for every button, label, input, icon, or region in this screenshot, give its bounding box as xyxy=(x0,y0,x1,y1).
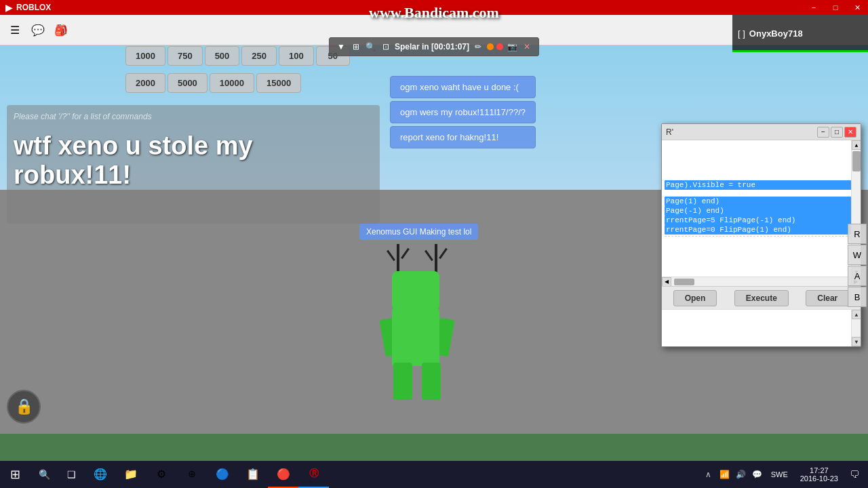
btn-500[interactable]: 500 xyxy=(205,46,240,66)
btn-5000[interactable]: 5000 xyxy=(167,73,208,93)
btn-1000[interactable]: 1000 xyxy=(125,46,165,66)
character: Xenomus GUI Making test lol xyxy=(380,244,461,393)
taskbar-app-task2[interactable]: 📋 xyxy=(237,461,268,488)
chat-icon[interactable]: 💬 xyxy=(28,20,47,39)
scroll-left-arrow[interactable]: ◀ xyxy=(662,277,671,287)
tray-network[interactable]: 📶 xyxy=(718,461,732,488)
tray-notify[interactable]: 💬 xyxy=(751,461,764,488)
start-button[interactable]: ⊞ xyxy=(0,461,31,488)
top-buttons-row1: 1000 750 500 250 100 50 xyxy=(125,46,350,66)
rec-settings-icon[interactable]: ⊡ xyxy=(380,41,392,53)
taskbar-app-ie[interactable]: 🌐 xyxy=(85,461,115,488)
script-code-divider xyxy=(665,236,858,237)
output-scroll-down[interactable]: ▼ xyxy=(852,337,861,346)
rec-close-icon[interactable]: ✕ xyxy=(521,41,533,53)
script-code-line3: Page(-1) end) xyxy=(665,206,858,216)
rec-dropdown-icon[interactable]: ▼ xyxy=(335,41,347,53)
recording-toolbar: ▼ ⊞ 🔍 ⊡ Spelar in [00:01:07] ✏ 📷 ✕ xyxy=(329,37,539,56)
script-code-line2: Page(1) end) xyxy=(665,197,858,206)
minimize-button[interactable]: − xyxy=(803,0,825,15)
chat-msg-2[interactable]: ogm wers my robux!111l17/??/? xyxy=(390,101,536,123)
script-maximize-button[interactable]: □ xyxy=(831,127,843,138)
script-editor-window: R' − □ ✕ Page).Visible = true Page(1) en… xyxy=(661,123,861,347)
script-minimize-button[interactable]: − xyxy=(817,127,829,138)
task-view-button[interactable]: ❑ xyxy=(58,461,85,488)
rec-indicator-orange xyxy=(487,43,494,50)
btn-2000[interactable]: 2000 xyxy=(125,73,165,93)
right-icon-3[interactable]: A xyxy=(848,266,867,286)
titlebar-left: ▶ ROBLOX xyxy=(0,3,51,13)
script-open-button[interactable]: Open xyxy=(673,290,717,306)
tray-expand[interactable]: ∧ xyxy=(702,461,715,488)
btn-10000[interactable]: 10000 xyxy=(210,73,254,93)
btn-750[interactable]: 750 xyxy=(167,46,203,66)
bag-icon[interactable]: 🎒 xyxy=(52,20,71,39)
taskbar-clock[interactable]: 17:27 2016-10-23 xyxy=(795,461,844,488)
script-code-gap xyxy=(665,190,858,197)
lock-icon[interactable]: 🔒 xyxy=(7,390,41,424)
right-floating-icons: R W A B xyxy=(848,136,868,307)
rec-indicator-red xyxy=(496,43,503,50)
recording-timer: Spelar in [00:01:07] xyxy=(395,42,469,52)
taskbar-app-roblox[interactable]: Ⓡ xyxy=(298,461,329,488)
taskbar-time: 17:27 xyxy=(810,466,829,474)
player-bracket: [ ] xyxy=(738,28,745,39)
script-code-area[interactable]: Page).Visible = true Page(1) end) Page(-… xyxy=(662,140,861,277)
maximize-button[interactable]: □ xyxy=(825,0,846,15)
player-panel: [ ] OnyxBoy718 xyxy=(732,15,868,52)
script-execute-button[interactable]: Execute xyxy=(734,290,789,306)
output-scroll-up[interactable]: ▲ xyxy=(852,310,861,319)
btn-15000[interactable]: 15000 xyxy=(256,73,301,93)
chat-msg-3[interactable]: report xeno for hakng!11! xyxy=(390,126,536,148)
right-icon-2[interactable]: W xyxy=(848,245,867,265)
bandicam-watermark: www.Bandicam.com xyxy=(369,4,499,22)
script-editor-titlebar: R' − □ ✕ xyxy=(662,124,861,140)
rec-copy-icon[interactable]: ⊞ xyxy=(350,41,362,53)
script-editor-body: Page).Visible = true Page(1) end) Page(-… xyxy=(662,140,861,346)
btn-100[interactable]: 100 xyxy=(279,46,314,66)
windows-taskbar: ⊞ 🔍 ❑ 🌐 📁 ⚙ ⊕ 🔵 📋 🔴 Ⓡ ∧ 📶 🔊 💬 SWE 17:27 … xyxy=(0,461,868,488)
taskbar-app-chrome[interactable]: ⊕ xyxy=(176,461,207,488)
script-code-empty-top xyxy=(665,143,858,180)
script-horizontal-scrollbar: ◀ ▶ xyxy=(662,277,861,286)
taskbar-tray: ∧ 📶 🔊 💬 SWE 17:27 2016-10-23 🗨 xyxy=(702,461,868,488)
script-code-line1: Page).Visible = true xyxy=(665,180,858,190)
chat-messages-container: ogm xeno waht have u done :( ogm wers my… xyxy=(390,76,536,148)
player-health-bar xyxy=(732,50,868,52)
character-tooltip: Xenomus GUI Making test lol xyxy=(359,224,478,240)
tray-sound[interactable]: 🔊 xyxy=(734,461,748,488)
script-clear-button[interactable]: Clear xyxy=(806,290,849,306)
scroll-h-thumb[interactable] xyxy=(674,279,694,285)
chat-main-text: wtf xeno u stole my robux!11! xyxy=(14,131,373,190)
script-code-line5: rrentPage=0 FlipPage(1) end) xyxy=(665,225,858,235)
player-name: OnyxBoy718 xyxy=(749,28,803,39)
script-code-line4: rrentPage=5 FlipPage(-1) end) xyxy=(665,216,858,225)
script-output-scrollbar[interactable]: ▲ ▼ xyxy=(851,310,861,346)
btn-250[interactable]: 250 xyxy=(241,46,277,66)
titlebar-controls: − □ ✕ xyxy=(803,0,868,15)
script-action-buttons: Open Execute Clear xyxy=(662,286,861,309)
chat-panel: Please chat '/?'' for a list of commands… xyxy=(7,105,380,224)
menu-icon[interactable]: ☰ xyxy=(5,20,24,39)
titlebar-title: ROBLOX xyxy=(16,3,51,12)
chat-hint: Please chat '/?'' for a list of commands xyxy=(14,112,373,121)
right-icon-4[interactable]: B xyxy=(848,287,867,307)
taskbar-app-rec[interactable]: 🔴 xyxy=(268,461,298,488)
right-icon-1[interactable]: R xyxy=(848,224,867,244)
script-output-area[interactable]: ▲ ▼ xyxy=(662,309,861,346)
roblox-logo-icon: ▶ xyxy=(5,3,12,13)
rec-pen-icon[interactable]: ✏ xyxy=(472,41,484,53)
taskbar-app-explorer[interactable]: 📁 xyxy=(115,461,146,488)
chat-msg-1[interactable]: ogm xeno waht have u done :( xyxy=(390,76,536,98)
rec-zoom-icon[interactable]: 🔍 xyxy=(365,41,377,53)
rec-camera-icon[interactable]: 📷 xyxy=(506,41,518,53)
search-button[interactable]: 🔍 xyxy=(31,461,58,488)
top-buttons-row2: 2000 5000 10000 15000 xyxy=(125,73,301,93)
taskbar-app-cortana[interactable]: 🔵 xyxy=(207,461,237,488)
notification-button[interactable]: 🗨 xyxy=(846,461,863,488)
script-editor-title: R' xyxy=(666,127,673,137)
taskbar-language[interactable]: SWE xyxy=(767,470,792,479)
close-button[interactable]: ✕ xyxy=(846,0,868,15)
taskbar-app-settings[interactable]: ⚙ xyxy=(146,461,176,488)
taskbar-date: 2016-10-23 xyxy=(800,474,838,483)
